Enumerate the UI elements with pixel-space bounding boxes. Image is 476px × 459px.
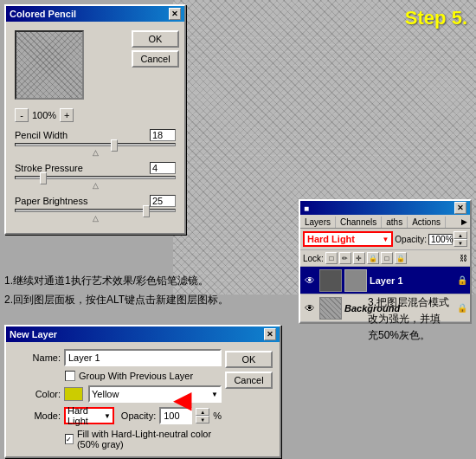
group-checkbox-row: Group With Previous Layer	[13, 371, 222, 381]
annotation-area: 1.继续对通道1执行艺术效果/彩色铅笔滤镜。 2.回到图层面板，按住ALT键点击…	[4, 273, 273, 307]
layers-title: ■	[304, 204, 309, 213]
annotation-3: 3.把图层混合模式 改为强光，并填 充50%灰色。	[368, 294, 472, 345]
new-layer-title: New Layer	[10, 329, 57, 339]
layers-close-button[interactable]: ✕	[454, 202, 466, 214]
paper-brightness-value: 25	[150, 195, 176, 207]
zoom-minus-button[interactable]: -	[15, 108, 29, 122]
tab-layers[interactable]: Layers	[300, 217, 336, 228]
pencil-width-row: Pencil Width 18 △	[11, 129, 179, 157]
layers-tabs: Layers Channels aths Actions ▶	[300, 215, 470, 229]
opacity-value: 100%	[428, 234, 453, 245]
stroke-pressure-thumb[interactable]	[40, 172, 47, 184]
paper-brightness-track[interactable]	[15, 209, 176, 212]
blend-mode-value: Hard Light	[307, 234, 355, 244]
opacity-step-down[interactable]: ▼	[196, 416, 209, 423]
background-eye-icon[interactable]: 👁	[303, 301, 317, 315]
lock-transparency-button[interactable]: □	[325, 252, 338, 264]
layers-menu-icon[interactable]: ▶	[459, 217, 470, 228]
new-layer-buttons: OK Cancel	[225, 349, 273, 449]
mode-select[interactable]: Hard Light ▼	[64, 407, 114, 424]
blend-mode-row: Hard Light ▼ Opacity: 100% ▲ ▼	[300, 229, 470, 250]
opacity-stepper-buttons: ▲ ▼	[196, 408, 209, 423]
lock-all-button[interactable]: 🔒	[367, 252, 379, 264]
new-layer-close-button[interactable]: ✕	[264, 328, 276, 340]
layers-titlebar: ■ ✕	[300, 201, 470, 215]
fill-label: Fill with Hard-Light-neutral color (50% …	[77, 429, 222, 449]
red-arrow-annotation: ◀	[173, 388, 225, 405]
tab-actions[interactable]: Actions	[408, 217, 446, 228]
new-layer-cancel-button[interactable]: Cancel	[225, 372, 273, 389]
layer-1-name: Layer 1	[370, 275, 403, 286]
percent-label: %	[213, 411, 222, 421]
cancel-button[interactable]: Cancel	[132, 50, 179, 68]
paper-brightness-thumb[interactable]	[143, 205, 150, 217]
pencil-width-value: 18	[150, 129, 176, 141]
lock-move-button[interactable]: ✛	[353, 252, 365, 264]
blend-mode-arrow: ▼	[382, 236, 389, 243]
lock-extra2[interactable]: 🔒	[395, 252, 407, 264]
step-label: Step 5.	[405, 7, 467, 29]
name-input[interactable]	[64, 349, 222, 366]
colored-pencil-close-button[interactable]: ✕	[169, 8, 181, 20]
zoom-value: 100%	[32, 110, 56, 120]
opacity-control: 100% ▲ ▼	[428, 231, 467, 247]
opacity-up[interactable]: ▲	[453, 231, 467, 239]
opacity-down[interactable]: ▼	[453, 239, 467, 247]
opacity-stepper[interactable]: ▲ ▼	[453, 231, 467, 247]
opacity-label: Opacity:	[395, 235, 427, 244]
paper-brightness-arrow: △	[15, 214, 176, 223]
opacity-input-row: Opacity: ▲ ▼ %	[118, 407, 222, 424]
layer-1-thumbnail	[319, 269, 342, 292]
stroke-pressure-label: Stroke Pressure	[15, 163, 83, 173]
red-arrow-icon: ◀	[173, 386, 192, 413]
color-value: Yellow	[92, 389, 119, 399]
lock-extra1[interactable]: □	[381, 252, 393, 264]
annotation-1: 1.继续对通道1执行艺术效果/彩色铅笔滤镜。	[4, 273, 273, 288]
lock-chain: ⛓	[460, 254, 467, 262]
ok-button[interactable]: OK	[132, 30, 179, 48]
blend-mode-select[interactable]: Hard Light ▼	[303, 231, 393, 247]
fill-checkbox-row: ✓ Fill with Hard-Light-neutral color (50…	[13, 429, 222, 449]
color-label: Color:	[13, 389, 61, 399]
pencil-width-arrow: △	[15, 148, 176, 157]
stroke-pressure-track[interactable]	[15, 176, 176, 179]
mode-value: Hard Light	[68, 405, 104, 426]
name-label: Name:	[13, 352, 61, 363]
colored-pencil-button-group: OK Cancel	[132, 27, 179, 103]
opacity-step-up[interactable]: ▲	[196, 408, 209, 416]
zoom-row: - 100% +	[11, 108, 179, 122]
mode-label: Mode:	[13, 411, 61, 421]
layer-1-eye-icon[interactable]: 👁	[303, 274, 317, 288]
annotation-2: 2.回到图层面板，按住ALT键点击新建图层图标。	[4, 292, 273, 307]
new-layer-ok-button[interactable]: OK	[225, 351, 273, 368]
pencil-width-thumb[interactable]	[111, 139, 118, 152]
group-label: Group With Previous Layer	[79, 371, 193, 381]
lock-label: Lock:	[303, 254, 324, 263]
lock-row: Lock: □ ✏ ✛ 🔒 □ 🔒 ⛓	[300, 250, 470, 267]
pencil-width-label: Pencil Width	[15, 130, 68, 140]
new-layer-titlebar: New Layer ✕	[6, 326, 280, 342]
zoom-plus-button[interactable]: +	[60, 108, 74, 122]
stroke-pressure-row: Stroke Pressure 4 △	[11, 162, 179, 190]
paper-brightness-row: Paper Brightness 25 △	[11, 195, 179, 223]
background-thumbnail	[319, 297, 342, 320]
pencil-width-track[interactable]	[15, 143, 176, 146]
layer-1-mask-thumbnail	[344, 269, 367, 292]
colored-pencil-dialog: Colored Pencil ✕ OK Cancel - 100% + Penc…	[4, 4, 186, 235]
tab-channels[interactable]: Channels	[336, 217, 382, 228]
stroke-pressure-value: 4	[150, 162, 176, 174]
colored-pencil-preview	[15, 30, 84, 100]
mode-dropdown-arrow: ▼	[104, 412, 111, 420]
lock-paint-button[interactable]: ✏	[339, 252, 351, 264]
layer-1-lock-icon: 🔒	[457, 275, 467, 285]
name-row: Name:	[13, 349, 222, 366]
opacity-label: Opacity:	[121, 411, 156, 421]
annotation-3-text: 3.把图层混合模式 改为强光，并填 充50%灰色。	[368, 296, 449, 341]
tab-paths[interactable]: aths	[382, 217, 408, 228]
color-swatch	[64, 387, 83, 401]
paper-brightness-label: Paper Brightness	[15, 196, 87, 206]
fill-checkbox[interactable]: ✓	[65, 434, 74, 444]
layer-1-item[interactable]: 👁 Layer 1 🔒	[300, 267, 470, 294]
new-layer-dialog: New Layer ✕ Name: Group With Previous La…	[4, 325, 281, 458]
group-checkbox[interactable]	[65, 371, 75, 381]
